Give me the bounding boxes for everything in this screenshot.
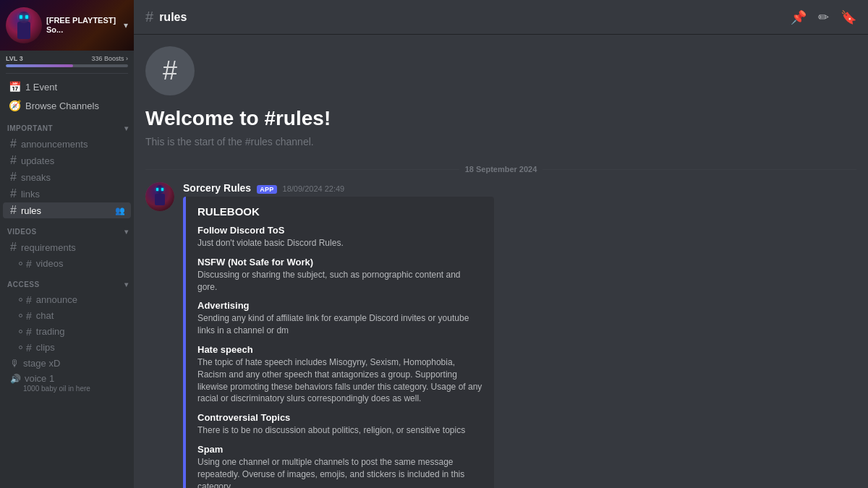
message-group: Sorcery Rules APP 18/09/2024 22:49 RULEB… [134,179,868,488]
channel-item-requirements[interactable]: # requirements [3,239,131,255]
sub-bullet-icon [19,346,22,349]
rule-item-4: Controversial TopicsThere is to be no di… [197,412,482,437]
rule-desc: There is to be no discussion about polit… [197,424,482,437]
rule-name: Spam [197,444,482,455]
rule-name: NSFW (Not Safe for Work) [197,257,482,267]
chat-area: # Welcome to #rules! This is the start o… [134,35,868,488]
chevron-down-icon: ▾ [124,20,128,30]
channel-name-rules: rules [21,205,41,216]
channel-item-announcements[interactable]: # announcements [3,136,131,152]
channel-name-chat: chat [36,310,54,321]
pin-icon[interactable]: 📌 [791,9,807,25]
hash-icon: # [26,311,32,321]
channel-name-sneaks: sneaks [21,172,51,183]
channel-item-sneaks[interactable]: # sneaks [3,169,131,185]
rule-item-3: Hate speechThe topic of hate speech incl… [197,344,482,405]
message-author: Sorcery Rules [183,182,251,194]
channel-item-trading[interactable]: # trading [3,324,131,339]
rule-desc: Just don't violate basic Discord Rules. [197,237,482,249]
app-badge: APP [257,185,276,194]
sidebar-item-events[interactable]: 📅 1 Event [3,78,131,95]
section-access: ACCESS ▾ [0,272,134,291]
channel-item-rules[interactable]: # rules 👥 [3,202,131,218]
bookmark-icon[interactable]: 🔖 [841,9,856,25]
sub-bullet-icon [19,314,22,317]
sub-bullet-icon [19,262,22,265]
hash-icon: # [10,205,17,216]
rule-desc: Discussing or sharing the subject, such … [197,269,482,294]
sub-bullet-icon [19,330,22,333]
rule-desc: Using one channel or multiple channels t… [197,456,482,488]
server-header: [FREE PLAYTEST] So... ▾ [0,0,134,51]
date-line-left [145,169,459,170]
section-collapse-icon[interactable]: ▾ [124,228,129,236]
hash-large-icon: # [163,56,177,86]
sidebar-item-browse-channels[interactable]: 🧭 Browse Channels [3,97,131,114]
section-collapse-icon[interactable]: ▾ [124,124,129,132]
section-collapse-icon[interactable]: ▾ [124,281,129,288]
server-name: [FREE PLAYTEST] So... [46,16,124,35]
compass-icon: 🧭 [9,100,21,111]
header-channel-name: rules [159,11,187,24]
rule-item-1: NSFW (Not Safe for Work)Discussing or sh… [197,257,482,294]
channel-name-links: links [21,189,40,200]
channel-name-updates: updates [21,155,54,166]
message-timestamp: 18/09/2024 22:49 [283,184,345,193]
sub-bullet-icon [19,298,22,301]
channel-item-updates[interactable]: # updates [3,153,131,168]
channel-name-clips: clips [36,342,55,353]
channel-header: # rules 📌 ✏ 🔖 [134,0,868,35]
level-badge: LVL 3 [6,55,23,62]
welcome-section: # Welcome to #rules! This is the start o… [134,46,868,159]
channel-item-stage[interactable]: 🎙 stage xD [3,356,131,371]
stage-icon: 🎙 [10,358,20,369]
boost-section: LVL 3 336 Boosts › [0,51,134,70]
rule-name: Controversial Topics [197,412,482,423]
rule-item-0: Follow Discord ToSJust don't violate bas… [197,225,482,249]
edit-icon[interactable]: ✏ [818,9,829,25]
hash-icon: # [26,327,32,337]
lock-icon: 👥 [115,206,125,215]
channel-name-trading: trading [36,326,65,337]
channel-item-voice1[interactable]: 🔊 voice 1 1000 baby oil in here [3,372,131,394]
channel-name-requirements: requirements [21,242,76,253]
calendar-icon: 📅 [9,81,21,93]
welcome-subtitle: This is the start of the #rules channel. [145,136,856,147]
channel-item-links[interactable]: # links [3,186,131,202]
channel-item-announce[interactable]: # announce [3,292,131,307]
welcome-channel-icon: # [145,46,195,95]
speaker-icon: 🔊 [10,374,21,384]
channel-name-announce: announce [36,294,77,305]
main-content: # rules 📌 ✏ 🔖 # Welcome to #rules! This … [134,0,868,488]
hash-icon: # [10,138,17,150]
hash-icon: # [10,155,17,166]
boost-progress-bar [6,64,128,67]
rule-name: Advertising [197,300,482,311]
hash-icon: # [26,259,32,269]
channel-item-clips[interactable]: # clips [3,340,131,355]
message-header: Sorcery Rules APP 18/09/2024 22:49 [183,182,856,194]
divider [6,73,128,74]
rule-item-5: SpamUsing one channel or multiple channe… [197,444,482,488]
hash-icon: # [26,343,32,353]
hash-icon: # [10,241,17,253]
rule-desc: The topic of hate speech includes Misogy… [197,356,482,405]
message-content: Sorcery Rules APP 18/09/2024 22:49 RULEB… [183,182,856,488]
sidebar: [FREE PLAYTEST] So... ▾ LVL 3 336 Boosts… [0,0,134,488]
welcome-title: Welcome to #rules! [145,107,856,130]
rule-item-2: AdvertisingSending any kind of affiliate… [197,300,482,337]
message-avatar [145,182,174,211]
channel-name-voice1: voice 1 [25,373,54,384]
server-banner[interactable]: [FREE PLAYTEST] So... ▾ [0,0,134,51]
hash-icon: # [10,171,17,183]
events-label: 1 Event [25,82,57,93]
browse-label: Browse Channels [25,100,99,111]
hash-icon: # [10,188,17,200]
channel-item-chat[interactable]: # chat [3,308,131,323]
channel-item-videos[interactable]: # videos [3,256,131,271]
date-text: 18 September 2024 [465,165,537,174]
header-hash-icon: # [145,9,153,25]
header-actions: 📌 ✏ 🔖 [791,9,856,25]
channel-name-videos: videos [36,258,64,269]
date-line-right [542,169,856,170]
